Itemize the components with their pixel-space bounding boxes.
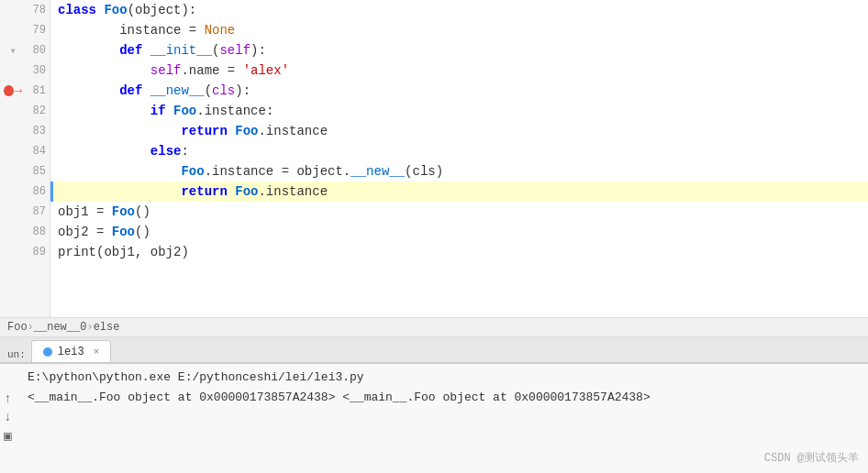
output-line: <__main__.Foo object at 0x00000173857A24… <box>28 388 859 408</box>
token-kw-blue: def <box>119 83 150 98</box>
breadcrumb: Foo › __new__0 › else <box>0 317 868 337</box>
token-normal: (object): <box>128 3 197 17</box>
indent-space <box>58 104 150 118</box>
token-normal: ): <box>250 43 266 58</box>
token-normal: obj1 = <box>58 204 112 219</box>
token-func-name: __init__ <box>150 43 212 58</box>
token-normal: ( <box>212 43 219 58</box>
token-normal: ( <box>205 83 212 98</box>
line-num-row: 83 <box>0 121 50 141</box>
line-number: 87 <box>22 205 46 218</box>
token-param: cls <box>212 83 235 98</box>
code-line: else: <box>50 141 868 161</box>
code-line: Foo.instance = object.__new__(cls) <box>50 161 868 182</box>
line-num-row: ▾80 <box>0 40 50 60</box>
token-class-name: Foo <box>235 184 258 199</box>
tab-item[interactable]: lei3× <box>31 340 111 362</box>
token-kw-blue: if <box>150 104 173 118</box>
indent-space <box>58 23 119 38</box>
line-num-row: 82 <box>0 101 50 121</box>
indent-space <box>58 83 119 98</box>
run-label: un: <box>7 349 26 360</box>
token-param: self <box>219 43 250 58</box>
token-normal: .instance <box>258 184 328 199</box>
breadcrumb-item[interactable]: else <box>94 321 120 334</box>
indent-space <box>58 124 181 138</box>
output-line: E:\python\python.exe E:/pythonceshi/lei/… <box>28 368 859 388</box>
token-normal: .instance <box>258 124 328 138</box>
breadcrumb-separator: › <box>28 321 34 334</box>
token-normal: .instance: <box>196 104 273 118</box>
code-line: obj1 = Foo() <box>50 202 868 222</box>
token-class-name: Foo <box>181 164 204 179</box>
output-section: E:\python\python.exe E:/pythonceshi/lei/… <box>0 363 868 473</box>
tab-close-button[interactable]: × <box>94 346 100 358</box>
code-line: if Foo.instance: <box>50 101 868 121</box>
scroll-down-icon[interactable]: ↓ <box>4 410 11 424</box>
current-line-marker <box>50 182 53 202</box>
scroll-arrows: ↑↓▣ <box>4 391 11 444</box>
fold-indicator[interactable]: ▾ <box>4 44 22 58</box>
token-normal: instance = <box>119 23 204 38</box>
breakpoint-dot <box>4 85 14 96</box>
line-number: 85 <box>22 165 46 178</box>
token-class-name: Foo <box>235 124 258 138</box>
line-number: 79 <box>22 24 46 37</box>
token-normal: print(obj1, obj2) <box>58 245 189 259</box>
line-number: 81 <box>22 84 46 97</box>
code-line: instance = None <box>50 20 868 40</box>
line-number: 89 <box>22 246 46 258</box>
breadcrumb-item[interactable]: Foo <box>7 321 28 334</box>
token-param: self <box>150 63 182 78</box>
token-kw-blue: return <box>181 124 235 138</box>
exec-arrow-icon: → <box>15 83 22 98</box>
code-line: def __new__(cls): <box>50 81 868 101</box>
line-number: 84 <box>22 145 46 158</box>
token-normal: .name = <box>181 63 242 78</box>
token-normal: .instance = object. <box>205 164 351 179</box>
code-content[interactable]: class Foo(object): instance = None def _… <box>50 0 868 317</box>
token-kw-blue: return <box>181 184 235 199</box>
code-section: 7879▾8030→818283848586878889 class Foo(o… <box>0 0 868 317</box>
code-line: obj2 = Foo() <box>50 222 868 242</box>
breadcrumb-item[interactable]: __new__0 <box>34 321 87 334</box>
indent-space <box>58 43 119 58</box>
token-func-name: __new__ <box>351 164 405 179</box>
tab-label: lei3 <box>58 346 84 358</box>
line-num-row: 85 <box>0 161 50 182</box>
token-class-name: Foo <box>104 3 127 17</box>
line-number: 82 <box>22 104 46 117</box>
token-normal: ): <box>235 83 250 98</box>
line-num-row: 87 <box>0 202 50 222</box>
line-num-row: 30 <box>0 60 50 81</box>
line-num-row: 84 <box>0 141 50 161</box>
indent-space <box>58 63 150 78</box>
terminal-icon[interactable]: ▣ <box>4 428 11 444</box>
line-number: 86 <box>22 185 46 198</box>
indent-space <box>58 164 181 179</box>
line-numbers-gutter: 7879▾8030→818283848586878889 <box>0 0 50 317</box>
line-num-row: 86 <box>0 182 50 202</box>
line-num-row: 79 <box>0 20 50 40</box>
line-number: 80 <box>22 44 46 57</box>
token-kw-orange: None <box>205 23 236 38</box>
token-class-name: Foo <box>173 104 196 118</box>
line-num-row: 88 <box>0 222 50 242</box>
fold-icon: ▾ <box>9 44 16 58</box>
line-num-row: →81 <box>0 81 50 101</box>
breadcrumb-separator: › <box>86 321 93 334</box>
code-line: print(obj1, obj2) <box>50 242 868 262</box>
scroll-up-icon[interactable]: ↑ <box>4 391 11 406</box>
token-normal: : <box>181 144 188 159</box>
token-normal: (cls) <box>405 164 443 179</box>
token-normal: () <box>135 225 150 239</box>
token-str-value: 'alex' <box>243 63 289 78</box>
code-line: return Foo.instance <box>50 121 868 141</box>
code-line: return Foo.instance <box>50 182 868 202</box>
token-kw-blue: class <box>58 3 104 17</box>
line-num-row: 89 <box>0 242 50 262</box>
tabs-bar: un:lei3× <box>0 337 868 363</box>
line-number: 88 <box>22 226 46 238</box>
line-num-row: 78 <box>0 0 50 20</box>
token-class-name: Foo <box>112 225 135 239</box>
